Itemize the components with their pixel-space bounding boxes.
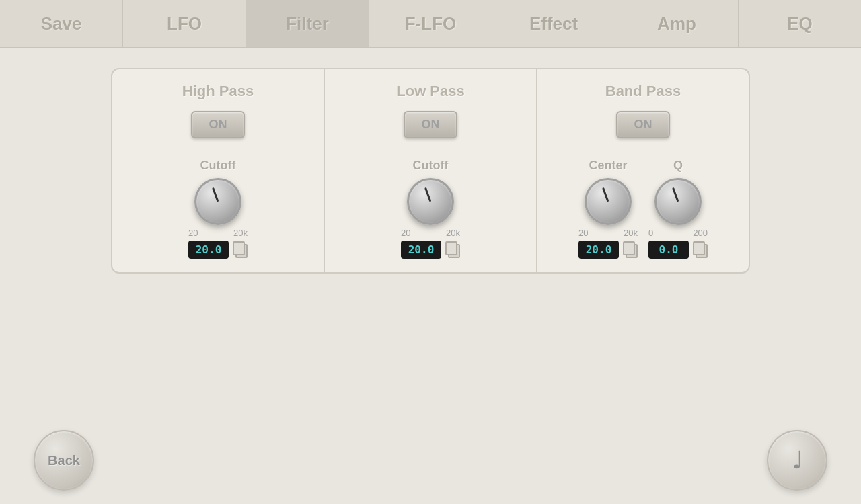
low-pass-cutoff-range: 20 20k (401, 228, 460, 238)
top-navigation: Save LFO Filter F-LFO Effect Amp EQ (0, 0, 861, 48)
band-pass-center-value[interactable]: 20.0 (578, 241, 619, 259)
low-pass-on-button[interactable]: ON (404, 111, 457, 138)
high-pass-cutoff-label: Cutoff (200, 159, 236, 173)
high-pass-cutoff-copy-icon[interactable] (233, 241, 248, 259)
low-pass-cutoff-value-row: 20.0 (401, 241, 460, 259)
band-pass-q-copy-icon[interactable] (693, 241, 708, 259)
low-pass-cutoff-knob-container: Cutoff 20 20k 20.0 (401, 159, 460, 259)
tab-eq[interactable]: EQ (739, 0, 861, 47)
high-pass-title: High Pass (182, 83, 254, 100)
band-pass-title: Band Pass (605, 83, 681, 100)
high-pass-cutoff-knob[interactable] (194, 178, 241, 225)
band-pass-q-value-row: 0.0 (648, 241, 708, 259)
band-pass-center-value-row: 20.0 (578, 241, 638, 259)
high-pass-cutoff-range: 20 20k (188, 228, 248, 238)
high-pass-cutoff-value[interactable]: 20.0 (188, 241, 229, 259)
tab-effect[interactable]: Effect (492, 0, 615, 47)
band-pass-center-knob-container: Center 20 20k 20.0 (578, 159, 638, 259)
high-pass-cutoff-knob-container: Cutoff 20 20k 20.0 (188, 159, 248, 259)
main-content: High Pass ON Cutoff 20 20k 20.0 Low Pass… (0, 48, 861, 287)
back-button[interactable]: Back (34, 430, 94, 491)
tab-amp[interactable]: Amp (615, 0, 739, 47)
band-pass-center-knob[interactable] (585, 178, 632, 225)
band-pass-center-min: 20 (578, 228, 588, 238)
high-pass-cutoff-value-row: 20.0 (188, 241, 248, 259)
low-pass-cutoff-label: Cutoff (413, 159, 449, 173)
band-pass-q-max: 200 (693, 228, 708, 238)
low-pass-cutoff-max: 20k (446, 228, 460, 238)
band-pass-q-range: 0 200 (648, 228, 708, 238)
tab-save[interactable]: Save (0, 0, 123, 47)
high-pass-cutoff-min: 20 (188, 228, 198, 238)
band-pass-center-range: 20 20k (578, 228, 638, 238)
low-pass-cutoff-copy-icon[interactable] (445, 241, 460, 259)
high-pass-on-button[interactable]: ON (191, 111, 245, 138)
low-pass-section: Low Pass ON Cutoff 20 20k 20.0 (325, 69, 537, 272)
band-pass-q-knob[interactable] (654, 178, 702, 225)
low-pass-cutoff-knob[interactable] (407, 178, 454, 225)
band-pass-center-copy-icon[interactable] (623, 241, 638, 259)
band-pass-q-knob-container: Q 0 200 0.0 (648, 159, 708, 259)
high-pass-cutoff-max: 20k (233, 228, 248, 238)
music-button[interactable]: ♩ (767, 430, 827, 491)
tab-lfo[interactable]: LFO (123, 0, 246, 47)
band-pass-q-value[interactable]: 0.0 (648, 241, 689, 259)
band-pass-knobs: Center 20 20k 20.0 Q 0 (578, 159, 708, 259)
band-pass-center-label: Center (589, 159, 627, 173)
tab-filter[interactable]: Filter (246, 0, 369, 47)
high-pass-section: High Pass ON Cutoff 20 20k 20.0 (112, 69, 325, 272)
tab-flfo[interactable]: F-LFO (369, 0, 492, 47)
band-pass-section: Band Pass ON Center 20 20k 20.0 (537, 69, 749, 272)
band-pass-q-label: Q (673, 159, 683, 173)
low-pass-cutoff-value[interactable]: 20.0 (401, 241, 441, 259)
band-pass-q-min: 0 (648, 228, 653, 238)
low-pass-cutoff-min: 20 (401, 228, 410, 238)
filter-panel: High Pass ON Cutoff 20 20k 20.0 Low Pass… (111, 68, 750, 274)
band-pass-center-max: 20k (624, 228, 638, 238)
low-pass-title: Low Pass (396, 83, 464, 100)
band-pass-on-button[interactable]: ON (616, 111, 670, 138)
